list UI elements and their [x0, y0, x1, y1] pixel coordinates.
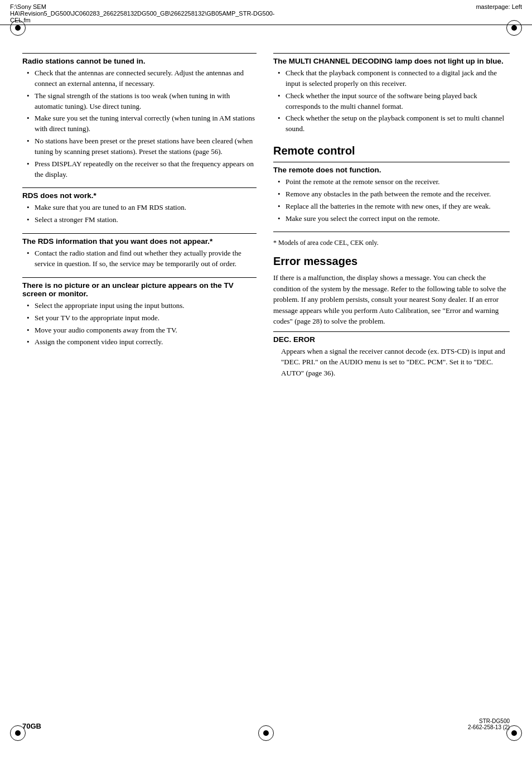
- section-remote: The remote does not function. Point the …: [273, 162, 510, 224]
- section-multichannel-title: The MULTI CHANNEL DECODING lamp does not…: [273, 57, 510, 65]
- divider-radio: [22, 53, 257, 54]
- divider-remote: [273, 162, 510, 162]
- multichannel-bullet-2: Check whether the input source of the so…: [278, 91, 510, 112]
- error-messages-heading-wrapper: Error messages: [273, 255, 510, 268]
- left-column: Radio stations cannot be tuned in. Check…: [22, 53, 257, 386]
- header-path-1: F:\Sony SEM: [10, 3, 275, 10]
- picture-bullet-2: Set your TV to the appropriate input mod…: [27, 313, 257, 324]
- section-multichannel: The MULTI CHANNEL DECODING lamp does not…: [273, 53, 510, 134]
- page-number: 70GB: [22, 722, 41, 730]
- radio-bullet-1: Check that the antennas are connected se…: [27, 68, 257, 89]
- remote-bullet-4: Make sure you select the correct input o…: [278, 214, 510, 224]
- rds-info-bullets: Contact the radio station and find out w…: [22, 248, 257, 269]
- divider-rds-info: [22, 233, 257, 234]
- divider-rds: [22, 187, 257, 188]
- top-header: F:\Sony SEM HA\Revision5_DG500\JC060283_…: [0, 0, 532, 25]
- rds-bullet-1: Make sure that you are tuned to an FM RD…: [27, 203, 257, 213]
- multichannel-bullet-1: Check that the playback component is con…: [278, 68, 510, 89]
- header-path-3: CEL.fm: [10, 17, 275, 23]
- section-rds-info-title: The RDS information that you want does n…: [22, 237, 257, 245]
- section-picture-title: There is no picture or an unclear pictur…: [22, 281, 257, 298]
- error-messages-body: If there is a malfunction, the display s…: [273, 272, 510, 327]
- remote-control-heading: Remote control: [273, 145, 510, 157]
- model-info-line1: STR-DG500: [468, 718, 510, 724]
- page: F:\Sony SEM HA\Revision5_DG500\JC060283_…: [0, 0, 532, 761]
- header-path-2: HA\Revision5_DG500\JC060283_2662258132DG…: [10, 10, 275, 17]
- section-radio: Radio stations cannot be tuned in. Check…: [22, 53, 257, 180]
- multichannel-bullet-3: Check whether the setup on the playback …: [278, 113, 510, 134]
- remote-bullet-3: Replace all the batteries in the remote …: [278, 201, 510, 212]
- dec-eror-title: DEC. EROR: [273, 335, 510, 344]
- radio-bullet-4: No stations have been preset or the pres…: [27, 136, 257, 157]
- remote-control-heading-wrapper: Remote control: [273, 145, 510, 157]
- rds-bullet-2: Select a stronger FM station.: [27, 215, 257, 225]
- picture-bullet-3: Move your audio components away from the…: [27, 325, 257, 336]
- radio-bullet-2: The signal strength of the stations is t…: [27, 91, 257, 112]
- dec-eror-body: Appears when a signal the receiver canno…: [273, 346, 510, 379]
- section-rds: RDS does not work.* Make sure that you a…: [22, 187, 257, 225]
- divider-dec: [273, 331, 510, 332]
- model-info-line2: 2-662-258-13 (2): [468, 724, 510, 730]
- right-column: The MULTI CHANNEL DECODING lamp does not…: [273, 53, 510, 386]
- rds-bullets: Make sure that you are tuned to an FM RD…: [22, 203, 257, 225]
- divider-multichannel: [273, 53, 510, 54]
- section-radio-title: Radio stations cannot be tuned in.: [22, 57, 257, 65]
- rds-info-bullet-1: Contact the radio station and find out w…: [27, 248, 257, 269]
- section-rds-title: RDS does not work.*: [22, 191, 257, 200]
- error-messages-heading: Error messages: [273, 255, 510, 268]
- picture-bullets: Select the appropriate input using the i…: [22, 301, 257, 348]
- radio-bullets: Check that the antennas are connected se…: [22, 68, 257, 180]
- footnote: * Models of area code CEL, CEK only.: [273, 239, 510, 247]
- header-right: masterpage: Left: [476, 3, 522, 10]
- main-content: Radio stations cannot be tuned in. Check…: [0, 25, 532, 420]
- remote-bullets: Point the remote at the remote sensor on…: [273, 177, 510, 224]
- bottom-center-circle: [258, 725, 274, 741]
- corner-tr: [506, 20, 522, 36]
- picture-bullet-1: Select the appropriate input using the i…: [27, 301, 257, 311]
- section-rds-info: The RDS information that you want does n…: [22, 233, 257, 269]
- remote-bullet-2: Remove any obstacles in the path between…: [278, 189, 510, 200]
- picture-bullet-4: Assign the component video input correct…: [27, 337, 257, 348]
- model-info: STR-DG500 2-662-258-13 (2): [468, 718, 510, 730]
- corner-tl: [10, 20, 26, 36]
- divider-footnote: [273, 232, 510, 232]
- header-left: F:\Sony SEM HA\Revision5_DG500\JC060283_…: [10, 3, 275, 23]
- multichannel-bullets: Check that the playback component is con…: [273, 68, 510, 134]
- section-dec-eror: DEC. EROR Appears when a signal the rece…: [273, 331, 510, 379]
- remote-bullet-1: Point the remote at the remote sensor on…: [278, 177, 510, 187]
- divider-picture: [22, 277, 257, 278]
- section-remote-title: The remote does not function.: [273, 166, 510, 174]
- section-picture: There is no picture or an unclear pictur…: [22, 277, 257, 348]
- radio-bullet-5: Press DISPLAY repeatedly on the receiver…: [27, 159, 257, 180]
- radio-bullet-3: Make sure you set the tuning interval co…: [27, 113, 257, 134]
